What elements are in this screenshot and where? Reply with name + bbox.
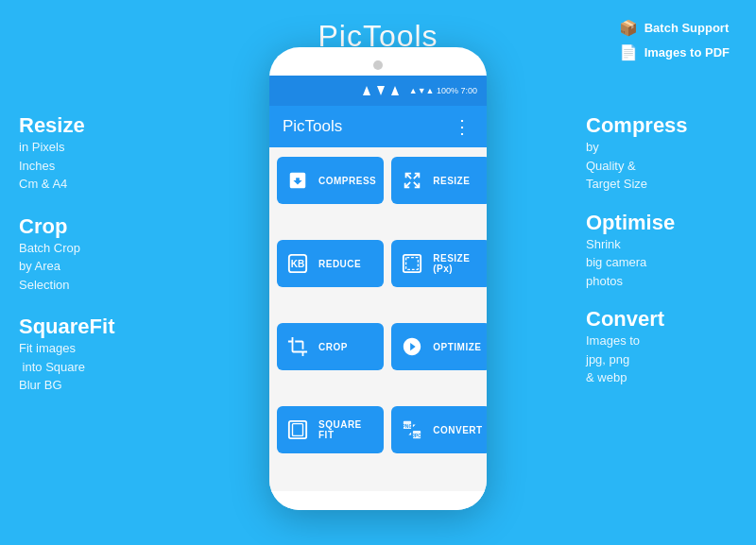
feature-squarefit: SquareFit Fit images into SquareBlur BG <box>19 315 170 395</box>
phone-mockup: ▲▼▲ 100% 7:00 PicTools ⋮ COMPRESS RESI <box>269 47 487 510</box>
phone-camera <box>373 60 383 70</box>
svg-rect-8 <box>293 424 303 436</box>
toolbar-title: PicTools <box>283 117 342 136</box>
btn-squarefit[interactable]: SQUARE FIT <box>277 406 384 453</box>
feature-resize-desc: in PixelsInchesCm & A4 <box>19 138 170 194</box>
batch-icon: 📦 <box>618 17 639 38</box>
btn-resize-label: RESIZE <box>433 176 470 186</box>
feature-resize-title: Resize <box>19 113 170 138</box>
feature-optimise: Optimise Shrinkbig cameraphotos <box>586 211 737 291</box>
feature-crop-desc: Batch Cropby AreaSelection <box>19 239 170 295</box>
btn-compress-label: COMPRESS <box>318 176 376 186</box>
btn-resize-px[interactable]: RESIZE (Px) <box>391 240 487 287</box>
badge-pdf: 📄 Images to PDF <box>618 42 730 62</box>
feature-compress-desc: byQuality &Target Size <box>586 138 737 194</box>
resize-icon <box>399 167 425 194</box>
phone-bottom <box>269 491 487 510</box>
convert-icon: PNGJPO <box>399 417 425 443</box>
left-features: Resize in PixelsInchesCm & A4 Crop Batch… <box>19 113 170 416</box>
svg-marker-1 <box>377 86 385 95</box>
btn-reduce-label: REDUCE <box>318 259 361 269</box>
right-features: Compress byQuality &Target Size Optimise… <box>586 113 737 404</box>
btn-crop[interactable]: CROP <box>277 323 384 370</box>
feature-compress-title: Compress <box>586 113 737 138</box>
btn-convert[interactable]: PNGJPO CONVERT <box>391 406 487 453</box>
feature-optimise-desc: Shrinkbig cameraphotos <box>586 235 737 291</box>
status-icons: ▲▼▲ 100% 7:00 <box>363 86 477 95</box>
reduce-icon: KB <box>284 250 311 277</box>
badge-pdf-label: Images to PDF <box>644 45 730 60</box>
feature-compress: Compress byQuality &Target Size <box>586 113 737 194</box>
btn-reduce[interactable]: KB REDUCE <box>277 240 384 287</box>
status-battery: ▲▼▲ 100% 7:00 <box>409 86 477 95</box>
status-bar: ▲▼▲ 100% 7:00 <box>269 76 487 106</box>
svg-text:PNG: PNG <box>403 423 413 429</box>
btn-squarefit-label: SQUARE FIT <box>318 419 376 440</box>
crop-icon <box>284 333 311 360</box>
svg-text:JPO: JPO <box>412 433 421 438</box>
svg-text:KB: KB <box>291 259 305 269</box>
btn-compress[interactable]: COMPRESS <box>277 157 384 204</box>
app-toolbar: PicTools ⋮ <box>269 106 487 147</box>
toolbar-menu-icon[interactable]: ⋮ <box>453 115 473 138</box>
btn-convert-label: CONVERT <box>433 425 482 435</box>
feature-squarefit-title: SquareFit <box>19 315 170 339</box>
phone-outer: ▲▼▲ 100% 7:00 PicTools ⋮ COMPRESS RESI <box>269 47 487 510</box>
btn-resize[interactable]: RESIZE <box>391 157 487 204</box>
feature-convert: Convert Images tojpg, png& webp <box>586 307 737 387</box>
feature-crop-title: Crop <box>19 214 170 239</box>
top-right-badges: 📦 Batch Support 📄 Images to PDF <box>618 17 730 62</box>
btn-optimize-label: OPTIMIZE <box>433 342 481 352</box>
pdf-icon: 📄 <box>618 42 639 62</box>
svg-marker-0 <box>363 86 370 95</box>
svg-rect-6 <box>406 258 419 270</box>
feature-resize: Resize in PixelsInchesCm & A4 <box>19 113 170 194</box>
badge-batch-label: Batch Support <box>644 21 730 35</box>
svg-marker-2 <box>391 86 399 95</box>
squarefit-icon <box>284 417 311 443</box>
btn-crop-label: CROP <box>318 342 348 352</box>
feature-optimise-title: Optimise <box>586 211 737 235</box>
feature-convert-title: Convert <box>586 307 737 332</box>
feature-crop: Crop Batch Cropby AreaSelection <box>19 214 170 295</box>
btn-resize-px-label: RESIZE (Px) <box>433 253 482 274</box>
app-grid: COMPRESS RESIZE KB REDUCE <box>269 147 487 491</box>
feature-squarefit-desc: Fit images into SquareBlur BG <box>19 339 170 395</box>
optimize-icon <box>399 333 425 360</box>
btn-optimize[interactable]: OPTIMIZE <box>391 323 487 370</box>
badge-batch-support: 📦 Batch Support <box>618 17 730 38</box>
compress-icon <box>284 167 311 194</box>
feature-convert-desc: Images tojpg, png& webp <box>586 332 737 387</box>
resize-px-icon <box>399 250 425 277</box>
